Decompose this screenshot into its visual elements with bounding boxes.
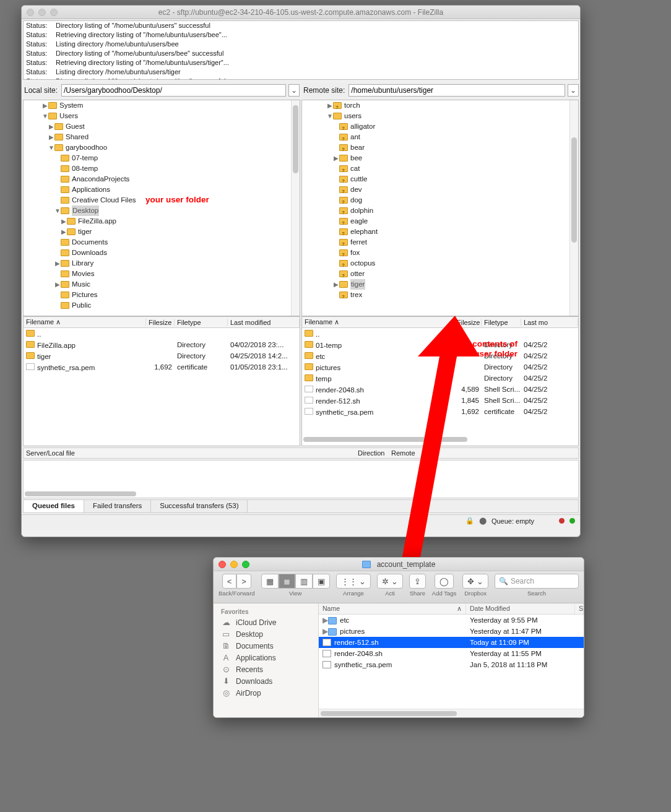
list-row[interactable]: FileZilla.appDirectory04/02/2018 23:...	[24, 339, 300, 350]
tree-item[interactable]: Documents	[24, 237, 291, 248]
list-row[interactable]: picturesDirectory04/25/2	[302, 361, 578, 373]
list-row[interactable]: ..	[24, 328, 300, 339]
list-row[interactable]: ..	[302, 328, 578, 339]
remote-site-dropdown[interactable]: ⌄	[568, 84, 579, 97]
col-filename[interactable]: Filename ∧	[302, 318, 454, 326]
back-button[interactable]: <	[222, 574, 237, 589]
finder-titlebar[interactable]: account_template	[214, 558, 584, 571]
tab-failed[interactable]: Failed transfers	[84, 500, 151, 512]
tree-item[interactable]: ▼Desktop	[24, 205, 291, 216]
search-input[interactable]: 🔍Search	[495, 574, 579, 589]
remote-tree[interactable]: ▶torch▼usersalligatorantbear▶beecatcuttl…	[301, 100, 579, 316]
tree-item[interactable]: Downloads	[24, 248, 291, 258]
action-button[interactable]: ✲ ⌄	[377, 574, 403, 589]
col-filetype[interactable]: Filetype	[175, 319, 228, 326]
col-filetype[interactable]: Filetype	[482, 319, 521, 326]
list-row[interactable]: synthetic_rsa.pem1,692certificate04/25/2	[302, 406, 578, 417]
tree-item[interactable]: ▶Guest	[24, 121, 291, 132]
col-filesize[interactable]: Filesize	[454, 319, 482, 326]
tree-item[interactable]: fox	[302, 248, 569, 258]
tree-item[interactable]: Public	[24, 300, 291, 311]
tree-item[interactable]: AnacondaProjects	[24, 174, 291, 184]
list-row[interactable]: render-2048.sh4,589Shell Scri...04/25/2	[302, 384, 578, 395]
finder-sidebar[interactable]: Favorites ☁︎iCloud Drive▭Desktop🗎Documen…	[214, 603, 319, 717]
local-site-dropdown[interactable]: ⌄	[288, 84, 300, 97]
view-list-button[interactable]: ≣	[279, 574, 295, 589]
tree-item[interactable]: ▼users	[302, 111, 569, 121]
finder-row[interactable]: ▶etcYesterday at 9:55 PM	[319, 615, 584, 626]
tree-item[interactable]: Creative Cloud Files	[24, 195, 291, 205]
tree-item[interactable]: octopus	[302, 258, 569, 269]
local-site-input[interactable]	[61, 84, 286, 97]
list-row[interactable]: synthetic_rsa.pem1,692certificate01/05/2…	[24, 361, 300, 373]
sidebar-item[interactable]: ☁︎iCloud Drive	[214, 616, 318, 628]
finder-row[interactable]: synthetic_rsa.pemJan 5, 2018 at 11:18 PM	[319, 659, 584, 670]
local-list-header[interactable]: Filename ∧ Filesize Filetype Last modifi…	[24, 317, 300, 328]
tree-item[interactable]: alligator	[302, 121, 569, 132]
col-remote[interactable]: Remote	[391, 449, 578, 457]
tree-item[interactable]: 08-temp	[24, 163, 291, 174]
sidebar-item[interactable]: ▭Desktop	[214, 628, 318, 640]
filezilla-titlebar[interactable]: ec2 - sftp://ubuntu@ec2-34-210-46-105.us…	[22, 6, 580, 19]
view-gallery-button[interactable]: ▣	[313, 574, 330, 589]
share-button[interactable]: ⇪	[409, 574, 426, 589]
tab-success[interactable]: Successful transfers (53)	[151, 500, 248, 512]
tree-item[interactable]: ferret	[302, 237, 569, 248]
col-date-modified[interactable]: Date Modified	[466, 603, 575, 614]
tags-button[interactable]: ◯	[435, 574, 454, 589]
tree-item[interactable]: ▼garyboodhoo	[24, 142, 291, 153]
tree-item[interactable]: Pictures	[24, 290, 291, 300]
tree-item[interactable]: cat	[302, 163, 569, 174]
dropbox-button[interactable]: ✥ ⌄	[462, 574, 488, 589]
sidebar-item[interactable]: ⊙Recents	[214, 663, 318, 675]
sidebar-item[interactable]: ◎AirDrop	[214, 687, 318, 699]
list-row[interactable]: etcDirectory04/25/2	[302, 350, 578, 361]
tree-item[interactable]: ▼Users	[24, 111, 291, 121]
tree-item[interactable]: trex	[302, 290, 569, 300]
arrange-button[interactable]: ⋮⋮ ⌄	[336, 574, 371, 589]
tree-item[interactable]: ant	[302, 132, 569, 142]
list-row[interactable]: render-512.sh1,845Shell Scri...04/25/2	[302, 395, 578, 406]
col-filesize[interactable]: Filesize	[146, 319, 175, 326]
remote-tree-scrollbar[interactable]	[569, 100, 578, 316]
tab-queued[interactable]: Queued files	[24, 500, 84, 512]
col-direction[interactable]: Direction	[358, 449, 391, 457]
tree-item[interactable]: 07-temp	[24, 153, 291, 163]
tree-item[interactable]: ▶tiger	[24, 227, 291, 237]
finder-hscroll[interactable]	[319, 709, 584, 717]
finder-row[interactable]: render-2048.shYesterday at 11:55 PM	[319, 648, 584, 659]
col-lastmod[interactable]: Last mo	[521, 319, 578, 326]
queue-header[interactable]: Server/Local file Direction Remote	[23, 447, 579, 459]
finder-row[interactable]: ▶picturesYesterday at 11:47 PM	[319, 626, 584, 637]
tree-item[interactable]: ▶Shared	[24, 132, 291, 142]
tree-item[interactable]: bear	[302, 142, 569, 153]
finder-file-list[interactable]: Name∧ Date Modified S ▶etcYesterday at 9…	[319, 603, 584, 717]
remote-list-header[interactable]: Filename ∧ Filesize Filetype Last mo	[302, 317, 578, 328]
tree-item[interactable]: elephant	[302, 227, 569, 237]
tree-item[interactable]: dev	[302, 184, 569, 195]
col-name[interactable]: Name∧	[319, 603, 466, 614]
forward-button[interactable]: >	[236, 574, 251, 589]
local-tree[interactable]: ▶System▼Users▶Guest▶Shared▼garyboodhoo07…	[23, 100, 300, 316]
tree-item[interactable]: ▶System	[24, 100, 291, 111]
view-columns-button[interactable]: ▥	[295, 574, 313, 589]
remote-list-hscroll[interactable]	[303, 437, 577, 444]
tree-item[interactable]: ▶FileZilla.app	[24, 216, 291, 227]
col-filename[interactable]: Filename ∧	[24, 318, 146, 326]
local-tree-scrollbar[interactable]	[291, 100, 300, 316]
local-file-list[interactable]: Filename ∧ Filesize Filetype Last modifi…	[23, 316, 300, 446]
tree-item[interactable]: Applications	[24, 184, 291, 195]
tree-item[interactable]: ▶torch	[302, 100, 569, 111]
col-size[interactable]: S	[575, 603, 584, 614]
tree-item[interactable]: eagle	[302, 216, 569, 227]
view-icons-button[interactable]: ▦	[261, 574, 279, 589]
tree-item[interactable]: cuttle	[302, 174, 569, 184]
remote-file-list[interactable]: Filename ∧ Filesize Filetype Last mo ..0…	[301, 316, 579, 446]
finder-columns[interactable]: Name∧ Date Modified S	[319, 603, 584, 615]
tree-item[interactable]: dolphin	[302, 205, 569, 216]
list-row[interactable]: tempDirectory04/25/2	[302, 373, 578, 384]
queue-hscroll[interactable]	[25, 491, 136, 496]
sidebar-item[interactable]: 🗎Documents	[214, 640, 318, 652]
list-row[interactable]: tigerDirectory04/25/2018 14:2...	[24, 350, 300, 361]
tree-item[interactable]: Movies	[24, 269, 291, 279]
